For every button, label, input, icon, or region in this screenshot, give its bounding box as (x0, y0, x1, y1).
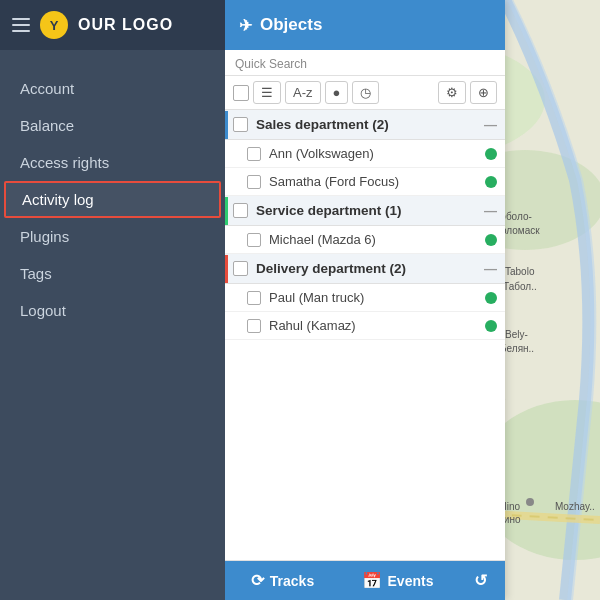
item-michael-status (485, 234, 497, 246)
item-rahul-checkbox[interactable] (247, 319, 261, 333)
sidebar: Y OUR LOGO Account Balance Access rights… (0, 0, 225, 600)
az-sort-button[interactable]: A-z (285, 81, 321, 104)
item-ann-checkbox[interactable] (247, 147, 261, 161)
tracks-icon: ⟳ (251, 571, 264, 590)
item-rahul-status (485, 320, 497, 332)
group-service-checkbox[interactable] (233, 203, 248, 218)
sidebar-item-balance[interactable]: Balance (0, 107, 225, 144)
group-delivery[interactable]: Delivery department (2) — (225, 254, 505, 284)
sidebar-item-tags[interactable]: Tags (0, 255, 225, 292)
events-label: Events (388, 573, 434, 589)
time-filter-button[interactable]: ◷ (352, 81, 379, 104)
group-sales-collapse-icon[interactable]: — (484, 117, 497, 132)
group-delivery-collapse-icon[interactable]: — (484, 261, 497, 276)
events-icon: 📅 (362, 571, 382, 590)
objects-panel: ✈ Objects Quick Search ☰ A-z ● ◷ ⚙ ⊕ Sal… (225, 0, 505, 600)
item-rahul-label: Rahul (Kamaz) (269, 318, 477, 333)
panel-header: ✈ Objects (225, 0, 505, 50)
sidebar-item-logout[interactable]: Logout (0, 292, 225, 329)
history-icon: ↺ (474, 571, 487, 590)
item-ann-label: Ann (Volkswagen) (269, 146, 477, 161)
item-michael-label: Michael (Mazda 6) (269, 232, 477, 247)
tracks-label: Tracks (270, 573, 314, 589)
tracks-button[interactable]: ⟳ Tracks (225, 561, 340, 600)
sidebar-header: Y OUR LOGO (0, 0, 225, 50)
svg-text:Табол..: Табол.. (503, 281, 537, 292)
map-area: E30 Речки Наро- Тоболо- шоломаск Tabolо … (225, 0, 600, 600)
sidebar-item-account[interactable]: Account (0, 70, 225, 107)
list-view-button[interactable]: ☰ (253, 81, 281, 104)
list-item[interactable]: Ann (Volkswagen) (225, 140, 505, 168)
svg-text:Bely-: Bely- (505, 329, 528, 340)
item-paul-label: Paul (Man truck) (269, 290, 477, 305)
item-samatha-status (485, 176, 497, 188)
group-delivery-checkbox[interactable] (233, 261, 248, 276)
toolbar: ☰ A-z ● ◷ ⚙ ⊕ (225, 76, 505, 110)
group-sales-checkbox[interactable] (233, 117, 248, 132)
group-delivery-label: Delivery department (2) (256, 261, 406, 276)
panel-footer: ⟳ Tracks 📅 Events ↺ (225, 560, 505, 600)
logo-letter: Y (50, 18, 59, 33)
item-michael-checkbox[interactable] (247, 233, 261, 247)
object-list: Sales department (2) — Ann (Volkswagen) … (225, 110, 505, 560)
group-sales[interactable]: Sales department (2) — (225, 110, 505, 140)
quick-search-label: Quick Search (225, 50, 505, 76)
sidebar-menu: Account Balance Access rights Activity l… (0, 50, 225, 349)
settings-button[interactable]: ⚙ (438, 81, 466, 104)
group-service-label: Service department (1) (256, 203, 402, 218)
item-paul-checkbox[interactable] (247, 291, 261, 305)
svg-text:Белян..: Белян.. (500, 343, 534, 354)
group-sales-label: Sales department (2) (256, 117, 389, 132)
sidebar-item-access-rights[interactable]: Access rights (0, 144, 225, 181)
list-item[interactable]: Paul (Man truck) (225, 284, 505, 312)
svg-text:Tabolо: Tabolо (505, 266, 535, 277)
menu-icon[interactable] (12, 18, 30, 32)
logo-text: OUR LOGO (78, 16, 173, 34)
navigation-icon: ✈ (239, 16, 252, 35)
sidebar-item-plugins[interactable]: Plugins (0, 218, 225, 255)
item-ann-status (485, 148, 497, 160)
list-item[interactable]: Samatha (Ford Focus) (225, 168, 505, 196)
item-samatha-checkbox[interactable] (247, 175, 261, 189)
list-item[interactable]: Rahul (Kamaz) (225, 312, 505, 340)
svg-text:Mozhay..: Mozhay.. (555, 501, 595, 512)
sidebar-item-activity-log[interactable]: Activity log (4, 181, 221, 218)
group-service-collapse-icon[interactable]: — (484, 203, 497, 218)
logo-icon: Y (40, 11, 68, 39)
svg-point-9 (526, 498, 534, 506)
item-paul-status (485, 292, 497, 304)
events-button[interactable]: 📅 Events (340, 561, 455, 600)
panel-title: Objects (260, 15, 322, 35)
list-item[interactable]: Michael (Mazda 6) (225, 226, 505, 254)
history-button[interactable]: ↺ (455, 561, 505, 600)
item-samatha-label: Samatha (Ford Focus) (269, 174, 477, 189)
select-all-checkbox[interactable] (233, 85, 249, 101)
group-service[interactable]: Service department (1) — (225, 196, 505, 226)
layers-button[interactable]: ⊕ (470, 81, 497, 104)
dot-filter-button[interactable]: ● (325, 81, 349, 104)
